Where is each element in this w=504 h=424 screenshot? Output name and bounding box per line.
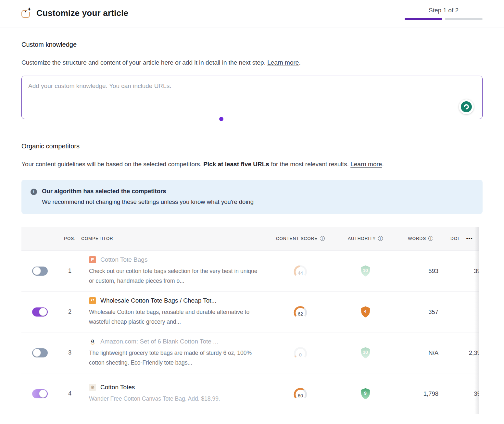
- step-bar-2: [445, 18, 483, 20]
- column-header-doi: DOI •••: [442, 236, 479, 241]
- words-value: 1,798: [399, 390, 442, 397]
- content-score-value: 60: [293, 393, 308, 398]
- position-value: 3: [58, 349, 81, 356]
- competitors-table: POS. COMPETITOR CONTENT SCORE i AUTHORIT…: [21, 227, 479, 414]
- content-score-value: 62: [293, 311, 308, 317]
- words-value: N/A: [399, 349, 442, 356]
- words-label: WORDS: [408, 236, 426, 241]
- doi-label: DOI: [450, 236, 459, 241]
- competitor-title: Cotton Tote Bags: [100, 256, 147, 263]
- authority-value: 10: [360, 268, 371, 273]
- columns-more-menu-icon[interactable]: •••: [466, 236, 473, 241]
- grammarly-button[interactable]: [459, 99, 474, 114]
- position-value: 2: [58, 308, 81, 315]
- table-header-row: POS. COMPETITOR CONTENT SCORE i AUTHORIT…: [21, 227, 479, 250]
- oc-description-tail: for the most relevant results.: [271, 161, 349, 168]
- competitor-description: The lightweight grocery tote bags are ma…: [89, 348, 261, 368]
- resize-handle-dot[interactable]: [219, 117, 223, 121]
- competitor-toggle[interactable]: [32, 267, 48, 276]
- authority-shield-icon: 10: [360, 347, 371, 359]
- competitor-toggle[interactable]: [32, 307, 48, 317]
- doi-value: 2,398: [442, 349, 479, 356]
- authority-info-icon[interactable]: i: [378, 236, 383, 241]
- table-row: 2 Wholesale Cotton Tote Bags / Cheap Tot…: [21, 291, 479, 332]
- column-header-authority: AUTHORITY i: [331, 236, 399, 241]
- authority-value: 10: [360, 350, 371, 355]
- column-header-pos: POS.: [58, 236, 81, 241]
- words-value: 357: [399, 308, 442, 316]
- oc-description-emphasis: Pick at least five URLs: [203, 161, 269, 168]
- authority-shield-icon: 4: [360, 306, 371, 318]
- column-header-content-score: CONTENT SCORE i: [270, 236, 331, 241]
- content-score-info-icon[interactable]: i: [320, 236, 325, 241]
- custom-knowledge-heading: Custom knowledge: [21, 41, 483, 48]
- authority-label: AUTHORITY: [348, 236, 376, 241]
- doi-value: 358: [442, 390, 479, 397]
- content-score-value: 44: [293, 270, 308, 276]
- words-value: 593: [399, 268, 442, 275]
- content-score-value: 0: [293, 352, 308, 357]
- competitor-title: Amazon.com: Set of 6 Blank Cotton Tote .…: [100, 338, 218, 345]
- competitor-description: Wander Free Cotton Canvas Tote Bag. Add.…: [89, 394, 261, 404]
- pattern-icon: ❋: [89, 384, 96, 391]
- authority-shield-icon: 10: [360, 265, 371, 277]
- words-info-icon[interactable]: i: [428, 236, 433, 241]
- info-icon: i: [31, 189, 37, 195]
- algorithm-info-banner: i Our algorithm has selected the competi…: [21, 180, 483, 214]
- doi-value: 397: [442, 268, 479, 275]
- content-score-gauge: 0: [293, 346, 308, 360]
- top-bar: ✦ ✦ Customize your article Step 1 of 2: [0, 0, 504, 28]
- column-header-competitor: COMPETITOR: [81, 236, 270, 241]
- organic-competitors-learn-more-link[interactable]: Learn more: [350, 161, 382, 168]
- custom-knowledge-box: [21, 76, 483, 119]
- info-banner-subtitle: We recommend not changing these settings…: [42, 198, 254, 206]
- custom-knowledge-description-text: Customize the structure and content of y…: [21, 59, 266, 66]
- info-banner-title: Our algorithm has selected the competito…: [42, 188, 254, 195]
- amazon-icon: a: [89, 338, 96, 345]
- content-score-gauge: 60: [293, 387, 308, 401]
- step-bar-1: [405, 18, 442, 20]
- custom-knowledge-input[interactable]: [22, 76, 482, 119]
- content-score-gauge: 62: [293, 305, 308, 319]
- competitor-title: Wholesale Cotton Tote Bags / Cheap Tot..…: [100, 297, 216, 304]
- organic-competitors-description: Your content guidelines will be based on…: [21, 158, 483, 170]
- competitor-toggle[interactable]: [32, 389, 48, 398]
- etsy-icon: E: [89, 256, 96, 263]
- competitor-toggle[interactable]: [32, 348, 48, 357]
- period: .: [299, 59, 300, 66]
- authority-value: 4: [360, 309, 371, 314]
- grammarly-icon: [461, 101, 472, 112]
- competitor-title: Cotton Totes: [100, 384, 135, 391]
- period: .: [382, 161, 384, 168]
- table-row: 1 E Cotton Tote Bags Check out our cotto…: [21, 250, 479, 291]
- column-header-words: WORDS i: [399, 236, 442, 241]
- content-score-label: CONTENT SCORE: [276, 236, 318, 241]
- page-title: Customize your article: [36, 8, 128, 18]
- custom-knowledge-learn-more-link[interactable]: Learn more: [267, 59, 299, 66]
- position-value: 4: [58, 390, 81, 397]
- shopping-bag-icon: [89, 297, 96, 304]
- authority-shield-icon: 9: [360, 388, 371, 400]
- custom-knowledge-description: Customize the structure and content of y…: [21, 57, 483, 69]
- position-value: 1: [58, 268, 81, 274]
- content-score-gauge: 44: [293, 264, 308, 278]
- oc-description-lead: Your content guidelines will be based on…: [21, 161, 202, 168]
- competitor-description: Check out our cotton tote bags selection…: [89, 266, 261, 286]
- table-row: 3 a Amazon.com: Set of 6 Blank Cotton To…: [21, 332, 479, 373]
- competitor-description: Wholesale Cotton tote bags, reusable and…: [89, 307, 261, 327]
- organic-competitors-heading: Organic competitors: [21, 143, 483, 150]
- authority-value: 9: [360, 391, 371, 396]
- customize-article-icon: ✦ ✦: [21, 9, 31, 18]
- step-label: Step 1 of 2: [429, 7, 459, 14]
- table-row: 4 ❋ Cotton Totes Wander Free Cotton Canv…: [21, 373, 479, 414]
- step-indicator: Step 1 of 2: [405, 7, 483, 20]
